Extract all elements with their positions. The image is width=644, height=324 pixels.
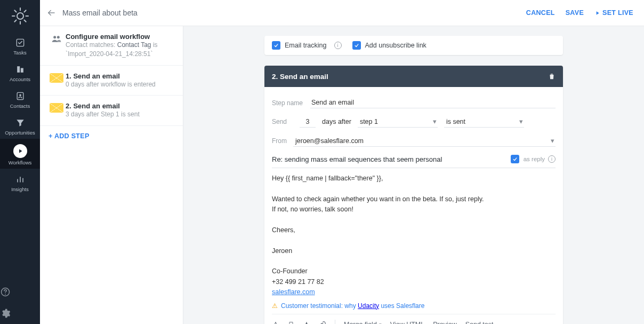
svg-point-0 [17,13,23,19]
testimonial-link[interactable]: Udacity [358,302,379,310]
step-1-sub: 0 days after workflow is entered [66,80,175,89]
play-icon [13,144,27,158]
app-logo [11,6,30,26]
merge-field-button[interactable]: Merge field ▾ [344,321,382,325]
warning-icon: ⚠ [272,302,278,310]
svg-line-5 [14,10,16,12]
save-button[interactable]: SAVE [566,9,584,17]
svg-point-20 [53,36,56,38]
subject-input[interactable]: Re: sending mass email sequences that se… [272,155,511,163]
funnel-icon [15,117,26,128]
nav-label: Tasks [13,50,26,56]
link-button[interactable] [319,321,326,325]
contacts-icon [15,91,26,101]
accounts-icon [15,64,26,75]
people-icon [47,33,66,59]
info-icon[interactable]: i [548,155,556,163]
attach-button[interactable] [303,321,310,325]
svg-point-21 [57,36,60,38]
nav-settings[interactable] [0,303,40,324]
email-step-card: 2. Send an email Step name Send days af [264,66,563,324]
envelope-icon [47,102,66,119]
nav-insights[interactable]: Insights [0,169,40,195]
signature-link[interactable]: salesflare.com [272,288,315,296]
nav-label: Contacts [10,103,30,109]
configure-title: Configure email workflow [66,33,175,41]
left-nav-rail: Tasks Accounts Contacts Opportunities Wo… [0,0,40,324]
svg-line-7 [24,10,26,12]
editor-toolbar: Merge field ▾ View HTML Preview Send tes… [272,314,556,325]
text-color-button[interactable] [272,321,279,325]
step-2-sub: 3 days after Step 1 is sent [66,110,175,119]
unsubscribe-checkbox[interactable] [352,41,361,50]
delay-input[interactable] [300,116,316,128]
delete-step-button[interactable] [548,72,556,81]
nav-opportunities[interactable]: Opportunities [0,112,40,139]
configure-step[interactable]: Configure email workflow Contact matches… [40,26,183,66]
card-header: 2. Send an email [264,66,563,87]
preview-button[interactable]: Preview [433,321,456,325]
step-2[interactable]: 2. Send an email 3 days after Step 1 is … [40,96,183,126]
set-live-button[interactable]: SET LIVE [594,9,633,17]
step-name-row: Step name [272,93,556,112]
from-label: From [272,137,293,145]
email-body[interactable]: Hey {{ first_name | fallback="there" }},… [272,168,556,300]
from-row: From jeroen@salesflare.com▾ [272,131,556,151]
as-reply-checkbox[interactable] [511,155,519,163]
info-icon[interactable]: i [334,42,342,49]
previous-step-tracking-card: Email tracking i Add unsubscribe link [264,36,563,55]
step-1-title: 1. Send an email [66,72,175,80]
back-button[interactable] [46,8,56,18]
condition-select[interactable]: is sent▾ [444,116,524,128]
step-2-title: 2. Send an email [66,102,175,110]
svg-line-8 [14,20,16,22]
nav-label: Opportunities [5,130,35,136]
tasks-icon [15,37,26,48]
after-step-select[interactable]: step 1▾ [358,116,438,128]
testimonial-line: ⚠ Customer testimonial: why Udacity uses… [272,300,556,314]
insights-icon [15,174,26,185]
unsubscribe-label: Add unsubscribe link [365,42,426,49]
nav-label: Insights [11,186,29,192]
configure-sub: Contact matches: Contact Tag is [66,41,175,50]
nav-label: Accounts [10,76,30,82]
nav-contacts[interactable]: Contacts [0,85,40,112]
send-label: Send [272,118,293,125]
set-live-label: SET LIVE [602,9,633,17]
svg-rect-10 [17,66,20,73]
page-title: Mass email about beta [62,9,138,17]
nav-workflows[interactable]: Workflows [0,139,40,169]
step-1[interactable]: 1. Send an email 0 days after workflow i… [40,66,183,96]
nav-accounts[interactable]: Accounts [0,59,40,85]
configure-tag-value: `Import_2020-04-21_14:28:51` [66,50,175,59]
topbar: Mass email about beta CANCEL SAVE SET LI… [40,0,644,26]
view-html-button[interactable]: View HTML [390,321,424,325]
svg-line-6 [24,20,26,22]
email-tracking-checkbox[interactable] [272,41,280,50]
content: Configure email workflow Contact matches… [40,26,644,324]
add-step-left[interactable]: ADD STEP [40,126,183,146]
envelope-icon [47,72,66,89]
email-tracking-label: Email tracking [285,42,327,49]
nav-label: Workflows [9,160,32,165]
card-body: Step name Send days after step 1▾ is sen… [264,87,563,324]
svg-point-18 [5,294,6,295]
steps-panel: Configure email workflow Contact matches… [40,26,183,324]
subject-row: Re: sending mass email sequences that se… [272,151,556,168]
svg-point-13 [19,94,21,97]
send-row: Send days after step 1▾ is sent▾ [272,112,556,131]
step-name-label: Step name [272,99,310,107]
as-reply-label: as reply [524,156,545,162]
send-test-button[interactable]: Send test [465,321,494,325]
editor-area: Email tracking i Add unsubscribe link 2.… [183,26,644,324]
nav-help[interactable] [0,281,40,303]
card-title: 2. Send an email [272,73,328,81]
from-select[interactable]: jeroen@salesflare.com▾ [293,135,556,147]
bookmark-button[interactable] [288,321,294,325]
cancel-button[interactable]: CANCEL [526,9,555,17]
main-area: Mass email about beta CANCEL SAVE SET LI… [40,0,644,324]
nav-tasks[interactable]: Tasks [0,32,40,59]
step-name-input[interactable] [310,97,556,108]
svg-rect-11 [20,68,23,73]
delay-unit: days after [322,118,351,125]
